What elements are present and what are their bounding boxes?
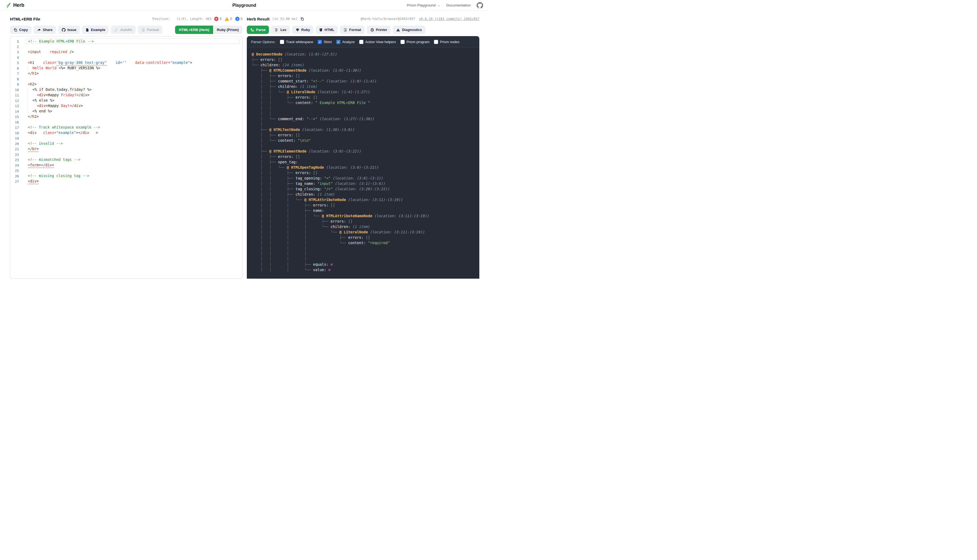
editor-line[interactable]: 2 <box>10 44 242 49</box>
editor-line[interactable]: 7</h1> <box>10 71 242 76</box>
ast-tree-row: ├── @ HTMLCommentNode (location: (1:0)-(… <box>252 68 475 73</box>
line-number: 16 <box>10 120 22 124</box>
editor-line[interactable]: 12 <% else %> <box>10 98 242 103</box>
ast-tree-row: │ │ ├── errors: [] <box>252 170 475 175</box>
editor-line[interactable]: 3<input required /> <box>10 49 242 55</box>
format-button[interactable]: Format <box>138 26 162 34</box>
checkbox[interactable] <box>401 40 405 44</box>
copy-result-icon[interactable] <box>300 17 304 21</box>
editor-line[interactable]: 11 <div>Happy Friday!</div> <box>10 92 242 98</box>
editor-line[interactable]: 13 <div>Happy Day!</div> <box>10 103 242 108</box>
tab-ruby-prism[interactable]: Ruby (Prism) <box>213 26 243 34</box>
result-column: Herb Result (in 33.00 ms) @herb-tools/br… <box>247 11 479 278</box>
editor-line[interactable]: 1<!-- Example HTML+ERB File --> <box>10 38 242 44</box>
line-number: 14 <box>10 109 22 113</box>
parser-options-bar: Parser Options: Track whitespace Strict … <box>247 36 479 48</box>
parse-button[interactable]: Parse <box>247 26 269 34</box>
ast-tree-row: │ │ ├── children: (1 item) <box>252 192 475 197</box>
brand[interactable]: Herb <box>5 2 24 8</box>
html5-shield-icon <box>319 28 323 32</box>
ast-tree-row: │ │ └── content: " Example HTML+ERB File… <box>252 100 475 105</box>
position-label: Position: <box>152 17 170 21</box>
html-button[interactable]: HTML <box>316 26 338 34</box>
editor-line[interactable]: 10 <% if Date.today.friday? %> <box>10 87 242 92</box>
documentation-link[interactable]: Documentation <box>446 3 471 7</box>
checkbox[interactable] <box>336 40 340 44</box>
line-number: 18 <box>10 131 22 135</box>
ast-tree-row: │ │ │ │ ├── errors: [] <box>252 218 475 224</box>
copy-button[interactable]: Copy <box>10 26 32 34</box>
result-format-button[interactable]: Format <box>340 26 365 34</box>
ruby-button[interactable]: Ruby <box>292 26 314 34</box>
lex-button[interactable]: Lex <box>271 26 290 34</box>
editor-line[interactable]: 14 <% end %> <box>10 108 242 114</box>
editor-line[interactable]: 5<h1 class='bg-gray-300 text-gray" id=''… <box>10 60 242 65</box>
editor-line[interactable]: 9<h2> <box>10 82 242 87</box>
ast-tree-row: │ │ │ │ └── content: "required" <box>252 240 475 245</box>
option-strict[interactable]: Strict <box>318 40 332 44</box>
ast-tree-row: │ └── comment_end: "-->" (location: (1:2… <box>252 116 475 122</box>
ast-tree-row: │ │ │ │ └── @ LiteralNode (location: (3:… <box>252 229 475 235</box>
line-number: 3 <box>10 50 22 54</box>
magic-wand-icon <box>114 28 118 32</box>
editor-line[interactable]: 27<div> <box>10 179 242 184</box>
prism-playground-link[interactable]: Prism Playground → <box>407 3 440 7</box>
gem-icon <box>296 28 299 32</box>
editor-line[interactable]: 21</br> <box>10 146 242 152</box>
editor-line[interactable]: 17<!-- Track whitespace example --> <box>10 125 242 130</box>
issue-button[interactable]: Issue <box>58 26 80 34</box>
version-link[interactable]: v0.8.10 (+183 commits) 2402c957 <box>419 17 479 21</box>
editor-line[interactable]: 24<form></div> <box>10 163 242 168</box>
result-panel: Parser Options: Track whitespace Strict … <box>247 36 479 278</box>
option-analyze[interactable]: Analyze <box>336 40 355 44</box>
tab-html-erb-herb[interactable]: HTML+ERB (Herb) <box>175 26 213 34</box>
ast-tree-row: │ │ ├── errors: [] <box>252 95 475 100</box>
herb-logo-icon <box>5 2 11 8</box>
diagnostics-button[interactable]: Diagnostics <box>393 26 425 34</box>
editor-line[interactable]: 4 <box>10 55 242 60</box>
right-panel-title: Herb Result <box>247 17 269 21</box>
ast-tree-row: │ │ └── @ HTMLOpenTagNode (location: (3:… <box>252 165 475 170</box>
example-button[interactable]: Example <box>82 26 109 34</box>
line-number: 4 <box>10 55 22 60</box>
github-icon[interactable] <box>477 2 483 8</box>
left-panel-title: HTML+ERB File <box>10 17 40 21</box>
ast-tree-row: │ │ │ │ <box>252 251 475 256</box>
ast-tree-row: │ ├── children: (1 item) <box>252 84 475 89</box>
checkbox[interactable] <box>359 40 363 44</box>
line-number: 15 <box>10 115 22 119</box>
editor-line[interactable]: 20<!-- invalid --> <box>10 141 242 146</box>
error-count-badge: ✕ 5 <box>214 17 221 21</box>
ast-tree-row: │ │ │ ├── equals: ∅ <box>252 262 475 267</box>
editor-line[interactable]: 8 <box>10 76 242 82</box>
editor-line[interactable]: 15</h2> <box>10 114 242 119</box>
editor-line[interactable]: 26<!-- missing closing tag --> <box>10 173 242 179</box>
code-editor[interactable]: 1<!-- Example HTML+ERB File -->23<input … <box>10 36 243 278</box>
ast-tree-row: │ └── content: "\n\n" <box>252 138 475 143</box>
printer-button[interactable]: Printer <box>367 26 391 34</box>
list-icon <box>274 28 278 32</box>
checkbox[interactable] <box>318 40 322 44</box>
ast-tree-row: │ ├── comment_start: "<!--" (location: (… <box>252 78 475 84</box>
option-prism-nodes[interactable]: Prism nodes <box>434 40 459 44</box>
checkbox[interactable] <box>434 40 438 44</box>
editor-line[interactable]: 23<!-- mismatched tags --> <box>10 157 242 163</box>
editor-line[interactable]: 22 <box>10 152 242 157</box>
editor-line[interactable]: 6 Hello World <%= RUBY_VERSION %> <box>10 65 242 71</box>
line-number: 9 <box>10 82 22 87</box>
editor-line[interactable]: 19 <box>10 135 242 141</box>
ast-tree-row: │ │ │ │ └── @ HTMLAttributeNameNode (loc… <box>252 213 475 218</box>
editor-line[interactable]: 18<div class="example"></div > <box>10 130 242 135</box>
ast-tree-row: │ │ │ │ <box>252 256 475 262</box>
editor-line[interactable]: 25 <box>10 168 242 173</box>
checkbox[interactable] <box>280 40 284 44</box>
option-track-whitespace[interactable]: Track whitespace <box>280 40 313 44</box>
option-action-view-helpers[interactable]: Action View helpers <box>359 40 396 44</box>
autofix-button[interactable]: Autofix <box>111 26 136 34</box>
share-button[interactable]: Share <box>34 26 56 34</box>
ast-tree[interactable]: @ DocumentNode (location: (1:0)-(27:5))├… <box>247 48 479 278</box>
option-prism-program[interactable]: Prism program <box>401 40 430 44</box>
editor-line[interactable]: 16 <box>10 119 242 125</box>
line-number: 19 <box>10 137 22 140</box>
warning-icon: ! <box>225 17 229 21</box>
